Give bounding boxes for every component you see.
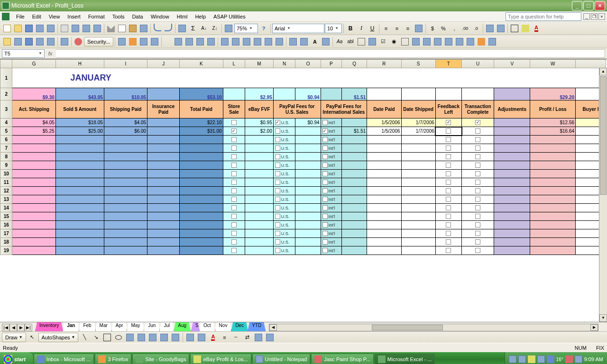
font-dropdown[interactable]: Arial▼ (272, 24, 324, 33)
cell[interactable] (435, 238, 461, 246)
cell[interactable]: $16.64 (530, 127, 576, 136)
cell[interactable] (147, 212, 180, 221)
tb2-icon[interactable]: A (310, 36, 320, 47)
cell[interactable] (180, 246, 223, 255)
cell[interactable] (55, 153, 104, 161)
tb2-icon[interactable] (241, 36, 252, 47)
cell[interactable] (342, 212, 367, 221)
cell[interactable] (55, 221, 104, 229)
tb2-icon[interactable] (263, 36, 274, 47)
checkbox[interactable] (446, 128, 451, 134)
cell[interactable]: $22.10 (180, 118, 223, 127)
cell[interactable] (223, 144, 245, 153)
cell[interactable] (180, 144, 223, 153)
cell[interactable] (342, 144, 367, 153)
cell[interactable]: $2.95 (245, 88, 273, 100)
security-button[interactable]: Security... (84, 37, 113, 46)
cell[interactable] (180, 187, 223, 195)
cell[interactable]: Int'l (321, 178, 342, 187)
cell[interactable] (245, 144, 273, 153)
cell[interactable]: Int'l (321, 187, 342, 195)
tray-temperature[interactable]: 16° (556, 357, 563, 362)
cell[interactable] (245, 170, 273, 178)
tray-icon[interactable] (528, 355, 535, 363)
cell[interactable] (494, 144, 530, 153)
cell[interactable] (104, 187, 147, 195)
cell[interactable] (104, 221, 147, 229)
menu-html[interactable]: Html (173, 13, 192, 20)
cell[interactable] (494, 195, 530, 204)
cell[interactable] (367, 161, 401, 170)
cell[interactable] (55, 212, 104, 221)
cell[interactable] (435, 212, 461, 221)
cell[interactable] (180, 178, 223, 187)
cell[interactable] (180, 170, 223, 178)
email-button[interactable] (46, 23, 56, 34)
checkbox[interactable] (446, 239, 451, 245)
checkbox[interactable] (231, 163, 237, 168)
checkbox[interactable] (446, 137, 451, 142)
cell[interactable]: U.S. (273, 144, 295, 153)
column-label[interactable]: PayPal Fees for International Sales (321, 100, 367, 118)
cell[interactable]: $5.25 (12, 127, 55, 136)
cell[interactable] (104, 204, 147, 212)
cell[interactable] (401, 238, 435, 246)
column-header[interactable]: P (321, 60, 342, 68)
checkbox[interactable] (231, 180, 237, 185)
taskbar-button[interactable]: Inbox - Microsoft ... (34, 354, 94, 364)
cell[interactable]: U.S. (273, 153, 295, 161)
cell[interactable] (12, 212, 55, 221)
cell[interactable]: $29.20 (530, 88, 576, 100)
cell[interactable]: $9.30 (12, 88, 55, 100)
cell[interactable] (530, 153, 576, 161)
checkbox[interactable] (475, 128, 480, 134)
row-header[interactable]: 12 (0, 187, 12, 195)
cell[interactable] (401, 144, 435, 153)
sheet-tab[interactable]: Feb (79, 322, 95, 331)
tb2-icon[interactable] (476, 36, 487, 47)
tb2-icon[interactable]: abl (345, 36, 356, 47)
cell[interactable]: U.S. (273, 136, 295, 144)
cell[interactable] (55, 161, 104, 170)
cell[interactable] (223, 221, 245, 229)
print-preview-button[interactable] (70, 23, 81, 34)
cell[interactable] (180, 195, 223, 204)
checkbox[interactable] (322, 239, 328, 245)
tb2-icon[interactable] (13, 36, 23, 47)
cell[interactable] (462, 246, 494, 255)
cell[interactable]: Int'l (321, 238, 342, 246)
cell[interactable] (295, 170, 321, 178)
cell[interactable] (401, 136, 435, 144)
cell[interactable] (342, 153, 367, 161)
cell[interactable] (494, 170, 530, 178)
checkbox[interactable] (446, 188, 451, 193)
cell[interactable] (462, 88, 494, 100)
tb2-icon[interactable] (173, 36, 184, 47)
column-header[interactable]: I (104, 60, 147, 68)
cell[interactable] (223, 212, 245, 221)
permission-button[interactable] (35, 23, 45, 34)
cell[interactable]: U.S. (273, 229, 295, 238)
cell[interactable]: Int'l (321, 118, 342, 127)
cell[interactable] (401, 187, 435, 195)
italic-button[interactable]: I (356, 23, 367, 34)
checkbox[interactable] (231, 231, 237, 236)
cell[interactable]: Int'l (321, 204, 342, 212)
cell[interactable] (295, 153, 321, 161)
tb2-icon[interactable] (465, 36, 476, 47)
tray-icon[interactable] (547, 355, 554, 363)
tb2-icon[interactable] (35, 36, 45, 47)
tb2-icon[interactable] (128, 36, 138, 47)
tb2-icon[interactable] (46, 36, 56, 47)
checkbox[interactable] (231, 120, 237, 125)
cell[interactable] (530, 204, 576, 212)
cell[interactable]: 1/7/2006 (401, 127, 435, 136)
cell[interactable]: 1/5/2006 (367, 127, 401, 136)
line-button[interactable]: ╲ (79, 332, 90, 343)
cell[interactable] (367, 88, 401, 100)
cell[interactable] (367, 144, 401, 153)
checkbox[interactable] (231, 154, 237, 159)
checkbox[interactable] (275, 137, 280, 142)
cell[interactable]: $10.05 (104, 88, 147, 100)
cell[interactable] (494, 88, 530, 100)
